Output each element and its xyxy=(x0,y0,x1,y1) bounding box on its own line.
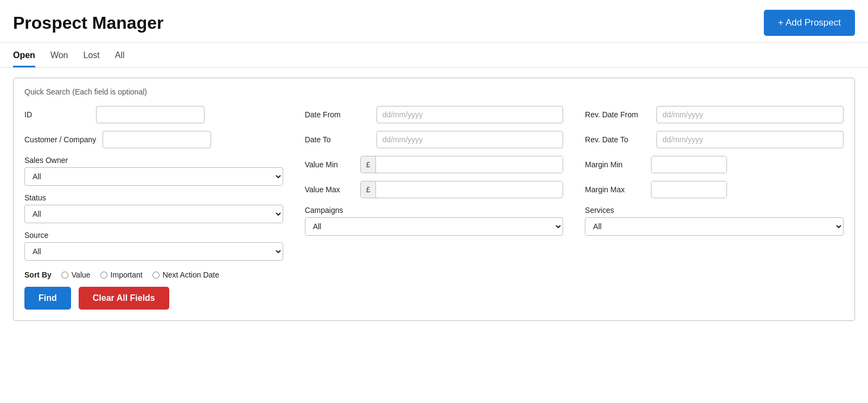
sort-important-radio[interactable] xyxy=(100,272,107,279)
date-from-label: Date From xyxy=(305,110,370,119)
search-col-1: ID Customer / Company Sales Owner All xyxy=(24,106,283,261)
id-field-row: ID xyxy=(24,106,283,123)
source-select[interactable]: All xyxy=(24,242,283,261)
rev-date-from-row: Rev. Date From xyxy=(585,106,844,123)
sort-next-action-radio[interactable] xyxy=(152,272,159,279)
margin-min-row: Margin Min % xyxy=(585,156,844,173)
sort-next-action-option[interactable]: Next Action Date xyxy=(152,270,219,279)
sort-value-label: Value xyxy=(72,270,91,279)
margin-max-row: Margin Max % xyxy=(585,181,844,198)
tab-all[interactable]: All xyxy=(115,51,125,67)
margin-max-input[interactable] xyxy=(652,181,727,198)
rev-date-to-input[interactable] xyxy=(656,131,844,148)
tab-lost[interactable]: Lost xyxy=(84,51,100,67)
find-button[interactable]: Find xyxy=(24,287,71,310)
main-content: Quick Search (Each field is optional) ID… xyxy=(0,68,868,331)
margin-min-input[interactable] xyxy=(652,156,727,173)
sales-owner-field: Sales Owner All xyxy=(24,156,283,186)
search-grid: ID Customer / Company Sales Owner All xyxy=(24,106,844,261)
search-title: Quick Search (Each field is optional) xyxy=(24,87,844,96)
value-max-prefix: £ xyxy=(361,181,376,198)
date-to-input[interactable] xyxy=(376,131,564,148)
date-to-label: Date To xyxy=(305,135,370,144)
source-label: Source xyxy=(24,231,283,240)
value-max-input-wrap: £ xyxy=(360,181,564,198)
value-min-input-wrap: £ xyxy=(360,156,564,173)
value-min-row: Value Min £ xyxy=(305,156,564,173)
status-field: Status All xyxy=(24,193,283,223)
source-field: Source All xyxy=(24,231,283,261)
value-min-label: Value Min xyxy=(305,160,354,169)
id-label: ID xyxy=(24,110,90,119)
clear-button[interactable]: Clear All Fields xyxy=(79,287,169,310)
sort-value-option[interactable]: Value xyxy=(61,270,91,279)
rev-date-to-row: Rev. Date To xyxy=(585,131,844,148)
header: Prospect Manager + Add Prospect xyxy=(0,0,868,43)
status-select[interactable]: All xyxy=(24,205,283,223)
services-field: Services All xyxy=(585,206,844,236)
customer-input[interactable] xyxy=(103,131,211,148)
campaigns-field: Campaigns All xyxy=(305,206,564,236)
search-col-3: Rev. Date From Rev. Date To Margin Min % xyxy=(585,106,844,261)
services-select[interactable]: All xyxy=(585,217,844,236)
sales-owner-select[interactable]: All xyxy=(24,167,283,186)
sort-next-action-label: Next Action Date xyxy=(163,270,219,279)
sort-important-label: Important xyxy=(111,270,143,279)
rev-date-from-input[interactable] xyxy=(656,106,844,123)
services-label: Services xyxy=(585,206,844,215)
customer-field-row: Customer / Company xyxy=(24,131,283,148)
quick-search-box: Quick Search (Each field is optional) ID… xyxy=(13,78,855,321)
status-label: Status xyxy=(24,193,283,202)
campaigns-label: Campaigns xyxy=(305,206,564,215)
tabs-container: Open Won Lost All xyxy=(0,43,868,68)
sales-owner-label: Sales Owner xyxy=(24,156,283,165)
margin-min-label: Margin Min xyxy=(585,160,644,169)
value-max-row: Value Max £ xyxy=(305,181,564,198)
add-prospect-button[interactable]: + Add Prospect xyxy=(764,10,855,36)
margin-max-label: Margin Max xyxy=(585,185,644,194)
margin-min-input-wrap: % xyxy=(651,156,727,173)
margin-max-input-wrap: % xyxy=(651,181,727,198)
date-to-field-row: Date To xyxy=(305,131,564,148)
action-row: Find Clear All Fields xyxy=(24,287,844,310)
value-min-prefix: £ xyxy=(361,156,376,173)
rev-date-to-label: Rev. Date To xyxy=(585,135,650,144)
sort-value-radio[interactable] xyxy=(61,272,68,279)
rev-date-from-label: Rev. Date From xyxy=(585,110,650,119)
sort-by-label: Sort By xyxy=(24,270,52,279)
tab-won[interactable]: Won xyxy=(50,51,68,67)
sort-important-option[interactable]: Important xyxy=(100,270,143,279)
sort-row: Sort By Value Important Next Action Date xyxy=(24,270,844,279)
id-input[interactable] xyxy=(96,106,205,123)
value-max-label: Value Max xyxy=(305,185,354,194)
search-col-2: Date From Date To Value Min £ xyxy=(305,106,564,261)
value-max-input[interactable] xyxy=(376,181,563,198)
tab-open[interactable]: Open xyxy=(13,51,35,67)
date-from-field-row: Date From xyxy=(305,106,564,123)
page-title: Prospect Manager xyxy=(13,13,163,33)
date-from-input[interactable] xyxy=(376,106,564,123)
value-min-input[interactable] xyxy=(376,156,563,173)
customer-label: Customer / Company xyxy=(24,135,96,144)
campaigns-select[interactable]: All xyxy=(305,217,564,236)
